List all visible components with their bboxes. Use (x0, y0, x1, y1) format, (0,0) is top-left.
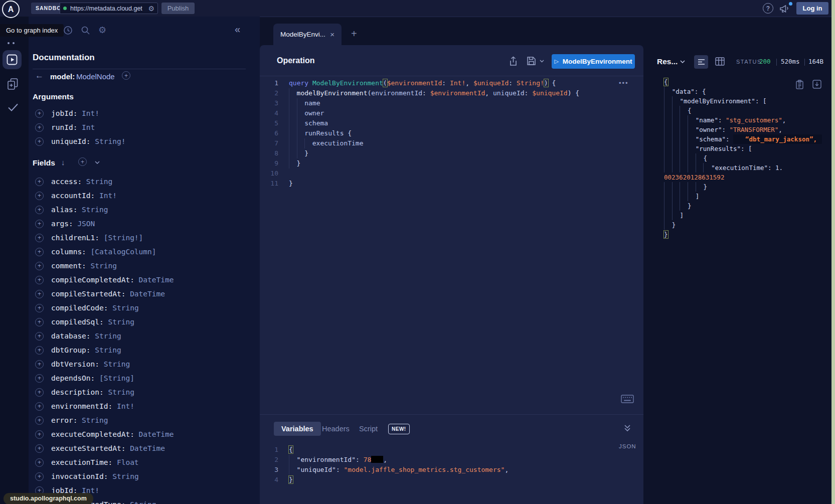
field-name[interactable]: invocationId: (51, 472, 108, 480)
response-line[interactable]: } (664, 220, 822, 230)
sort-fields-icon[interactable]: ↓ (61, 158, 65, 166)
field-row[interactable]: +dbtGroup: String (29, 343, 260, 357)
code-line[interactable]: 2modelByEnvironment(environmentId: $envi… (260, 88, 643, 98)
field-row[interactable]: +error: String (29, 413, 260, 427)
add-to-operation-icon[interactable]: + (35, 472, 44, 481)
sidebar-item-explorer[interactable] (3, 50, 22, 69)
operation-tab[interactable]: ModelByEnvi... × (273, 24, 342, 45)
response-line[interactable]: "runResults": [ (664, 144, 822, 153)
operation-editor[interactable]: 1query ModelByEnvironment($environmentId… (260, 78, 643, 189)
field-type[interactable]: DateTime (125, 290, 165, 298)
field-type[interactable]: Float (112, 458, 138, 466)
field-row[interactable]: +dbtVersion: String (29, 357, 260, 371)
field-row[interactable]: +invocationId: String (29, 469, 260, 483)
code-line[interactable]: 5schema (260, 118, 643, 128)
field-name[interactable]: accountId: (51, 192, 95, 200)
add-to-operation-icon[interactable]: + (35, 304, 44, 312)
share-icon[interactable] (509, 56, 518, 66)
field-row[interactable]: +environmentId: Int! (29, 399, 260, 413)
field-type[interactable]: [String!] (99, 234, 143, 242)
code-line[interactable]: 9} (260, 158, 643, 169)
back-arrow-icon[interactable]: ← (35, 71, 44, 81)
add-to-operation-icon[interactable]: + (35, 444, 44, 453)
field-type[interactable]: String (104, 388, 134, 396)
add-to-operation-icon[interactable]: + (35, 360, 44, 369)
field-name[interactable]: compiledSql: (51, 318, 104, 326)
login-button[interactable]: Log in (796, 2, 828, 15)
field-name[interactable]: database: (51, 332, 91, 340)
page-scrollbar[interactable] (831, 0, 835, 504)
field-type[interactable]: String (108, 304, 139, 312)
field-name[interactable]: compiledCode: (51, 304, 108, 312)
field-row[interactable]: +dependsOn: [String] (29, 371, 260, 385)
response-line[interactable]: } (664, 230, 822, 239)
field-row[interactable]: +compileCompletedAt: DateTime (29, 273, 260, 287)
field-row[interactable]: +compileStartedAt: DateTime (29, 287, 260, 301)
field-row[interactable]: +childrenL1: [String!] (29, 231, 260, 245)
add-to-operation-icon[interactable]: + (35, 192, 44, 200)
add-to-operation-icon[interactable]: + (35, 290, 44, 298)
field-row[interactable]: +comment: String (29, 259, 260, 273)
argument-row[interactable]: +runId: Int (29, 120, 260, 134)
add-to-operation-icon[interactable]: + (35, 262, 44, 270)
field-type[interactable]: String (91, 332, 121, 340)
field-type[interactable]: DateTime (125, 444, 165, 452)
code-line[interactable]: 1query ModelByEnvironment($environmentId… (260, 78, 643, 88)
field-row[interactable]: +columns: [CatalogColumn] (29, 245, 260, 259)
field-name[interactable]: dependsOn: (51, 374, 95, 382)
field-row[interactable]: +executeStartedAt: DateTime (29, 441, 260, 455)
code-line[interactable]: 4owner (260, 108, 643, 118)
publish-button[interactable]: Publish (161, 3, 195, 14)
tab-script[interactable]: Script (359, 425, 378, 433)
field-row[interactable]: +args: JSON (29, 217, 260, 231)
new-tab-icon[interactable]: + (351, 28, 357, 40)
response-line[interactable]: } (664, 201, 822, 211)
code-line[interactable]: 11} (260, 179, 643, 189)
field-name[interactable]: childrenL1: (51, 234, 99, 242)
field-row[interactable]: +executeCompletedAt: DateTime (29, 427, 260, 441)
response-line[interactable]: "schema": “dbt_mary_jackson”, (664, 134, 822, 144)
sidebar-item-checks[interactable] (7, 102, 19, 112)
code-line[interactable]: 7executionTime (260, 138, 643, 148)
field-type[interactable]: String (77, 206, 108, 214)
field-type[interactable]: JSON (73, 220, 95, 228)
field-name[interactable]: error: (51, 416, 77, 424)
response-line[interactable]: "executionTime": 1. (664, 163, 822, 173)
add-to-operation-icon[interactable]: + (35, 109, 44, 118)
add-to-operation-icon[interactable]: + (35, 206, 44, 214)
field-type[interactable]: String (82, 178, 112, 186)
field-name[interactable]: compileStartedAt: (51, 290, 125, 298)
response-line[interactable]: { (664, 106, 822, 115)
response-line[interactable]: 0023620128631592 (664, 173, 822, 182)
code-line[interactable]: 10 (260, 169, 643, 179)
response-line[interactable]: } (664, 182, 822, 192)
response-dropdown[interactable]: Res... (657, 57, 678, 66)
field-row[interactable]: +alias: String (29, 203, 260, 217)
settings-gear-icon[interactable]: ⚙ (98, 25, 106, 35)
variables-line[interactable]: 3"uniqueId": "model.jaffle_shop_metrics.… (260, 465, 643, 475)
field-type[interactable]: String (108, 472, 139, 480)
add-to-operation-icon[interactable]: + (35, 234, 44, 242)
field-type[interactable]: [String] (95, 374, 134, 382)
save-icon[interactable] (527, 56, 536, 66)
add-to-operation-icon[interactable]: + (35, 402, 44, 411)
sidebar-item-schema[interactable] (7, 78, 19, 91)
field-name[interactable]: comment: (51, 262, 86, 270)
response-line[interactable]: { (664, 153, 822, 163)
apollo-logo[interactable]: A (2, 1, 20, 18)
field-type[interactable]: String (125, 500, 156, 504)
add-all-fields-icon[interactable]: + (78, 157, 87, 166)
add-to-operation-icon[interactable]: + (35, 318, 44, 326)
add-to-operation-icon[interactable]: + (35, 137, 44, 146)
field-row[interactable]: +database: String (29, 329, 260, 343)
field-type[interactable]: String! (91, 137, 126, 145)
field-row[interactable]: +compiledCode: String (29, 301, 260, 315)
add-to-operation-icon[interactable]: + (35, 416, 44, 425)
variables-line[interactable]: 2"environmentId": 78, (260, 455, 643, 465)
add-to-operation-icon[interactable]: + (35, 276, 44, 284)
field-name[interactable]: runId: (51, 123, 77, 131)
code-line[interactable]: 3name (260, 98, 643, 108)
field-type[interactable]: [CatalogColumn] (86, 248, 156, 256)
field-type[interactable]: Int (77, 123, 95, 131)
collapse-panel-icon[interactable]: « (235, 24, 240, 35)
